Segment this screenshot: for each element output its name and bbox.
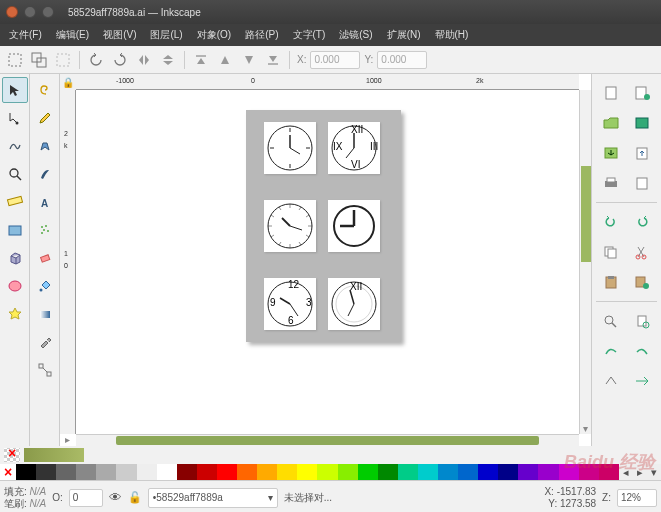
menu-layer[interactable]: 图层(L) — [145, 26, 187, 44]
color-swatch[interactable] — [438, 464, 458, 480]
gradient-swatch[interactable] — [24, 448, 84, 462]
undo-icon[interactable] — [599, 212, 623, 232]
opacity-input[interactable]: 0 — [69, 489, 103, 507]
flip-h-button[interactable] — [133, 49, 155, 71]
color-swatch[interactable] — [157, 464, 177, 480]
color-swatch[interactable] — [579, 464, 599, 480]
clone-icon[interactable] — [630, 371, 654, 391]
zoom-tool[interactable] — [2, 161, 28, 187]
copy-icon[interactable] — [599, 242, 623, 262]
spray-tool[interactable] — [32, 217, 58, 243]
color-swatch[interactable] — [56, 464, 76, 480]
menu-text[interactable]: 文字(T) — [288, 26, 331, 44]
x-coord-input[interactable]: 0.000 — [310, 51, 360, 69]
no-color-swatch[interactable]: × — [0, 464, 16, 480]
color-swatch[interactable] — [317, 464, 337, 480]
menu-view[interactable]: 视图(V) — [98, 26, 141, 44]
text-tool[interactable]: A — [32, 189, 58, 215]
color-swatch[interactable] — [217, 464, 237, 480]
ruler-horizontal[interactable]: -1000 0 1000 2k — [76, 74, 579, 90]
export-png-icon[interactable] — [630, 173, 654, 193]
no-fill-swatch[interactable]: × — [4, 448, 20, 462]
color-swatch[interactable] — [458, 464, 478, 480]
scrollbar-vertical[interactable] — [579, 90, 591, 434]
menu-extension[interactable]: 扩展(N) — [382, 26, 426, 44]
color-swatch[interactable] — [277, 464, 297, 480]
color-swatch[interactable] — [599, 464, 619, 480]
pen-tool[interactable] — [32, 133, 58, 159]
color-swatch[interactable] — [538, 464, 558, 480]
ellipse-tool[interactable] — [2, 273, 28, 299]
color-swatch[interactable] — [197, 464, 217, 480]
menu-filter[interactable]: 滤镜(S) — [334, 26, 377, 44]
zoom-fit-icon[interactable] — [599, 311, 623, 331]
zoom-page-icon[interactable] — [630, 311, 654, 331]
rotate-ccw-button[interactable] — [85, 49, 107, 71]
menu-file[interactable]: 文件(F) — [4, 26, 47, 44]
color-swatch[interactable] — [418, 464, 438, 480]
close-window-icon[interactable] — [6, 6, 18, 18]
eye-icon[interactable]: 👁 — [109, 490, 122, 505]
tweak-tool[interactable] — [2, 133, 28, 159]
raise-button[interactable] — [214, 49, 236, 71]
color-swatch[interactable] — [76, 464, 96, 480]
measure-tool[interactable] — [2, 189, 28, 215]
snap-bar-icon[interactable] — [581, 166, 591, 262]
paste-in-place-icon[interactable] — [630, 272, 654, 292]
eraser-tool[interactable] — [32, 245, 58, 271]
open-folder-icon[interactable] — [599, 113, 623, 133]
color-swatch[interactable] — [378, 464, 398, 480]
duplicate-icon[interactable] — [599, 371, 623, 391]
open-doc-icon[interactable] — [630, 83, 654, 103]
chevron-right-icon[interactable]: ▸ — [60, 434, 74, 446]
selector-tool[interactable] — [2, 77, 28, 103]
palette-scroll-left-icon[interactable]: ◂ — [619, 464, 633, 480]
layer-selector[interactable]: •58529aff7889a▾ — [148, 488, 278, 508]
lower-bottom-button[interactable] — [262, 49, 284, 71]
color-swatch[interactable] — [177, 464, 197, 480]
color-swatch[interactable] — [478, 464, 498, 480]
export-icon[interactable] — [630, 143, 654, 163]
ruler-vertical[interactable]: 2 k 1 0 — [60, 90, 76, 434]
menu-help[interactable]: 帮助(H) — [430, 26, 474, 44]
lock-guides-icon[interactable]: 🔒 — [60, 74, 76, 90]
canvas[interactable]: XIIIIIVIIX 12369 XII — [76, 90, 579, 434]
scrollbar-horizontal[interactable] — [76, 434, 579, 446]
color-swatch[interactable] — [297, 464, 317, 480]
color-swatch[interactable] — [96, 464, 116, 480]
color-swatch[interactable] — [237, 464, 257, 480]
scrollbar-thumb[interactable] — [116, 436, 539, 445]
color-swatch[interactable] — [116, 464, 136, 480]
new-doc-icon[interactable] — [599, 83, 623, 103]
palette-menu-icon[interactable]: ▾ — [647, 464, 661, 480]
star-tool[interactable] — [2, 301, 28, 327]
color-swatch[interactable] — [36, 464, 56, 480]
zoom-draw-icon[interactable] — [599, 341, 623, 361]
dropper-tool[interactable] — [32, 329, 58, 355]
color-swatch[interactable] — [518, 464, 538, 480]
calligraphy-tool[interactable] — [32, 161, 58, 187]
color-swatch[interactable] — [137, 464, 157, 480]
minimize-window-icon[interactable] — [24, 6, 36, 18]
box3d-tool[interactable] — [2, 245, 28, 271]
menu-path[interactable]: 路径(P) — [240, 26, 283, 44]
pencil-tool[interactable] — [32, 105, 58, 131]
spiral-tool[interactable] — [32, 77, 58, 103]
cut-icon[interactable] — [630, 242, 654, 262]
raise-top-button[interactable] — [190, 49, 212, 71]
zoom-sel-icon[interactable] — [630, 341, 654, 361]
y-coord-input[interactable]: 0.000 — [377, 51, 427, 69]
chevron-down-icon[interactable]: ▾ — [579, 423, 591, 434]
paste-icon[interactable] — [599, 272, 623, 292]
connector-tool[interactable] — [32, 357, 58, 383]
save-icon[interactable] — [630, 113, 654, 133]
deselect-button[interactable] — [52, 49, 74, 71]
color-swatch[interactable] — [257, 464, 277, 480]
bucket-tool[interactable] — [32, 273, 58, 299]
menu-object[interactable]: 对象(O) — [192, 26, 236, 44]
palette-scroll-right-icon[interactable]: ▸ — [633, 464, 647, 480]
color-swatch[interactable] — [498, 464, 518, 480]
select-all-button[interactable] — [4, 49, 26, 71]
print-icon[interactable] — [599, 173, 623, 193]
redo-icon[interactable] — [630, 212, 654, 232]
